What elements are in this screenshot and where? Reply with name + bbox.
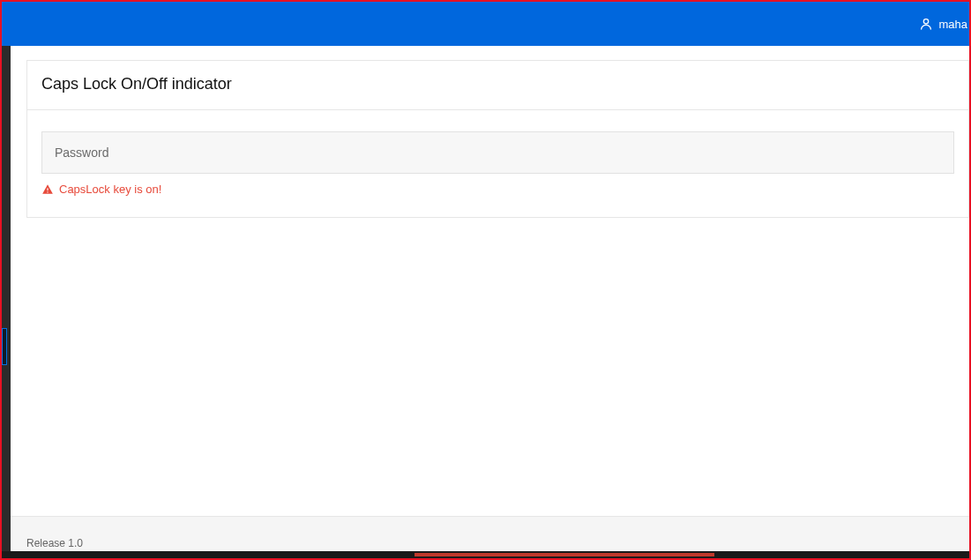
capslock-card: Caps Lock On/Off indicator CapsLock key … bbox=[26, 60, 969, 218]
svg-point-0 bbox=[924, 19, 929, 24]
capslock-warning: CapsLock key is on! bbox=[41, 183, 954, 196]
bottom-strip bbox=[2, 551, 969, 558]
app-header: maha bbox=[2, 2, 969, 46]
password-input[interactable] bbox=[41, 131, 954, 174]
svg-rect-2 bbox=[47, 191, 48, 192]
card-body: CapsLock key is on! bbox=[27, 110, 968, 217]
sidebar-active-indicator bbox=[2, 328, 7, 365]
username-label: maha bbox=[938, 18, 967, 31]
user-icon bbox=[919, 17, 933, 31]
footer: Release 1.0 bbox=[11, 516, 969, 551]
card-header: Caps Lock On/Off indicator bbox=[27, 61, 968, 110]
warning-icon bbox=[41, 183, 54, 196]
main-content: Caps Lock On/Off indicator CapsLock key … bbox=[11, 46, 969, 516]
release-label: Release 1.0 bbox=[26, 537, 83, 549]
svg-rect-1 bbox=[47, 188, 48, 190]
sidebar bbox=[2, 46, 11, 551]
card-title: Caps Lock On/Off indicator bbox=[41, 75, 954, 93]
user-menu[interactable]: maha bbox=[919, 17, 969, 31]
warning-text: CapsLock key is on! bbox=[59, 183, 161, 196]
